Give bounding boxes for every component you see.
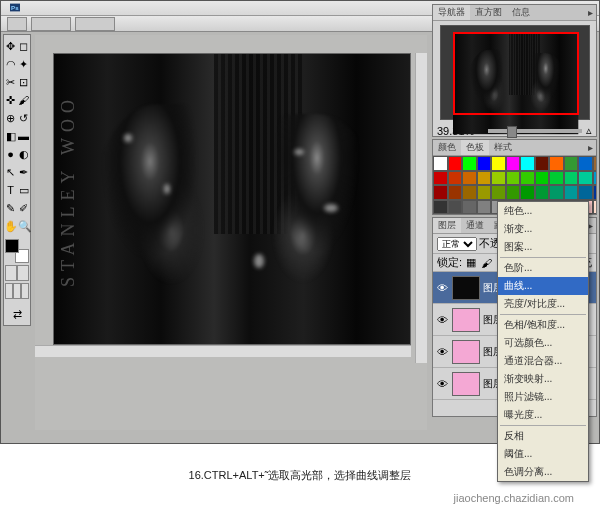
- pen-tool-icon[interactable]: ✒: [17, 163, 30, 181]
- visibility-icon[interactable]: 👁: [435, 281, 449, 295]
- swatch[interactable]: [477, 185, 492, 200]
- history-brush-icon[interactable]: ↺: [17, 109, 30, 127]
- tab-info[interactable]: 信息: [507, 5, 535, 20]
- swatch[interactable]: [564, 171, 579, 186]
- menu-item-curves[interactable]: 曲线...: [498, 277, 588, 295]
- swatch[interactable]: [448, 200, 463, 215]
- menu-item[interactable]: 纯色...: [498, 202, 588, 220]
- brush-tool-icon[interactable]: 🖌: [17, 91, 30, 109]
- swatch[interactable]: [491, 156, 506, 171]
- swatch[interactable]: [564, 185, 579, 200]
- dodge-tool-icon[interactable]: ◐: [17, 145, 30, 163]
- swatch[interactable]: [549, 156, 564, 171]
- document-canvas[interactable]: STANLEY WOO: [53, 53, 411, 345]
- menu-item[interactable]: 色调分离...: [498, 463, 588, 481]
- tool-preset-icon[interactable]: [7, 17, 27, 31]
- lock-pixels-icon[interactable]: 🖌: [480, 257, 492, 269]
- zoom-slider[interactable]: [488, 129, 582, 133]
- swatch[interactable]: [520, 185, 535, 200]
- blur-tool-icon[interactable]: ●: [4, 145, 17, 163]
- layer-thumb[interactable]: [452, 340, 480, 364]
- swatch[interactable]: [491, 185, 506, 200]
- zoom-tool-icon[interactable]: 🔍: [18, 217, 32, 235]
- swatch[interactable]: [535, 171, 550, 186]
- swatch[interactable]: [506, 156, 521, 171]
- foreground-swatch[interactable]: [5, 239, 19, 253]
- tab-layers[interactable]: 图层: [433, 218, 461, 233]
- swatch[interactable]: [535, 185, 550, 200]
- menu-item[interactable]: 通道混合器...: [498, 352, 588, 370]
- swatch[interactable]: [433, 156, 448, 171]
- menu-item[interactable]: 图案...: [498, 238, 588, 256]
- swatch[interactable]: [593, 156, 597, 171]
- swatch[interactable]: [462, 185, 477, 200]
- heal-tool-icon[interactable]: ✜: [4, 91, 17, 109]
- tab-styles[interactable]: 样式: [489, 140, 517, 155]
- menu-item[interactable]: 亮度/对比度...: [498, 295, 588, 313]
- swatch[interactable]: [506, 171, 521, 186]
- zoom-in-icon[interactable]: ▵: [586, 124, 592, 137]
- menu-item[interactable]: 色相/饱和度...: [498, 316, 588, 334]
- swatch[interactable]: [433, 200, 448, 215]
- swatch[interactable]: [477, 200, 492, 215]
- swatch[interactable]: [506, 185, 521, 200]
- swatch[interactable]: [462, 200, 477, 215]
- tab-swatches[interactable]: 色板: [461, 140, 489, 155]
- swatch[interactable]: [433, 185, 448, 200]
- swatch[interactable]: [549, 185, 564, 200]
- swatch[interactable]: [593, 200, 597, 215]
- swatch[interactable]: [448, 156, 463, 171]
- notes-tool-icon[interactable]: ✎: [4, 199, 17, 217]
- swatch[interactable]: [448, 171, 463, 186]
- swatch[interactable]: [462, 156, 477, 171]
- swatch[interactable]: [593, 185, 597, 200]
- menu-item[interactable]: 阈值...: [498, 445, 588, 463]
- swatch[interactable]: [433, 171, 448, 186]
- eyedropper-tool-icon[interactable]: ✐: [17, 199, 30, 217]
- swatch[interactable]: [520, 171, 535, 186]
- wand-tool-icon[interactable]: ✦: [17, 55, 30, 73]
- swatch[interactable]: [462, 171, 477, 186]
- menu-item[interactable]: 可选颜色...: [498, 334, 588, 352]
- swatch[interactable]: [535, 156, 550, 171]
- tab-navigator[interactable]: 导航器: [433, 5, 470, 20]
- swatch[interactable]: [491, 171, 506, 186]
- menu-item[interactable]: 渐变映射...: [498, 370, 588, 388]
- visibility-icon[interactable]: 👁: [435, 377, 449, 391]
- swatch[interactable]: [448, 185, 463, 200]
- stamp-tool-icon[interactable]: ⊕: [4, 109, 17, 127]
- swatch[interactable]: [564, 156, 579, 171]
- move-tool-icon[interactable]: ✥: [4, 37, 17, 55]
- panel-menu-icon[interactable]: ▸: [585, 142, 596, 153]
- gradient-tool-icon[interactable]: ▬: [17, 127, 30, 145]
- lock-trans-icon[interactable]: ▦: [465, 257, 477, 269]
- menu-item[interactable]: 色阶...: [498, 259, 588, 277]
- menu-item[interactable]: 曝光度...: [498, 406, 588, 424]
- lasso-tool-icon[interactable]: ◠: [4, 55, 17, 73]
- swatch[interactable]: [578, 156, 593, 171]
- layer-thumb[interactable]: [452, 276, 480, 300]
- visibility-icon[interactable]: 👁: [435, 313, 449, 327]
- swatch[interactable]: [520, 156, 535, 171]
- navigator-viewport-box[interactable]: [453, 32, 579, 115]
- blend-mode-select[interactable]: 正常: [437, 237, 477, 251]
- quick-mask-toggle[interactable]: [5, 265, 29, 281]
- type-tool-icon[interactable]: T: [4, 181, 17, 199]
- swatch[interactable]: [477, 156, 492, 171]
- layer-thumb[interactable]: [452, 308, 480, 332]
- swatch[interactable]: [477, 171, 492, 186]
- panel-menu-icon[interactable]: ▸: [585, 7, 596, 18]
- eraser-tool-icon[interactable]: ◧: [4, 127, 17, 145]
- tab-histogram[interactable]: 直方图: [470, 5, 507, 20]
- tab-color[interactable]: 颜色: [433, 140, 461, 155]
- color-picker[interactable]: [5, 239, 29, 263]
- option-icon[interactable]: [75, 17, 115, 31]
- swatch[interactable]: [578, 171, 593, 186]
- path-tool-icon[interactable]: ↖: [4, 163, 17, 181]
- tab-channels[interactable]: 通道: [461, 218, 489, 233]
- crop-tool-icon[interactable]: ✂: [4, 73, 17, 91]
- swatch[interactable]: [578, 185, 593, 200]
- menu-item[interactable]: 渐变...: [498, 220, 588, 238]
- option-icon[interactable]: [31, 17, 71, 31]
- hand-tool-icon[interactable]: ✋: [4, 217, 18, 235]
